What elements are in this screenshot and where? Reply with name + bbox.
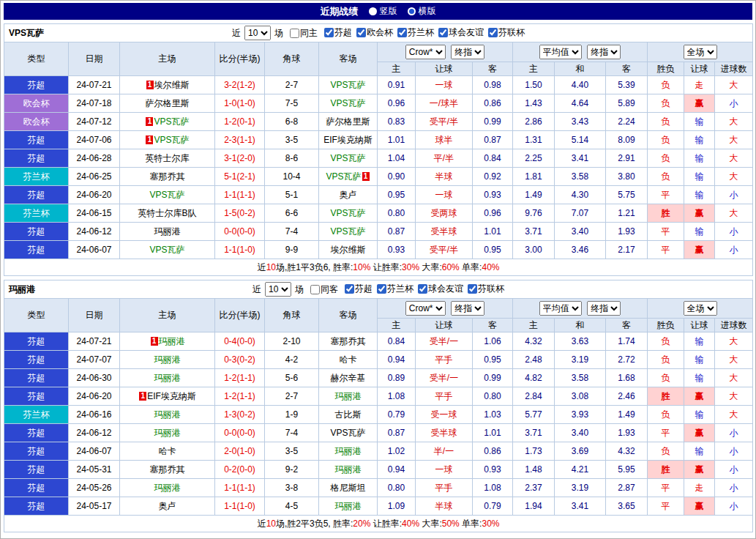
corner-score: 6-8 [265, 113, 319, 131]
team-name-text[interactable]: 埃尔维斯 [331, 245, 366, 255]
match-score[interactable]: 3-2(1-2) [215, 76, 265, 94]
team-name-text[interactable]: 塞那乔其 [331, 336, 366, 346]
team-name-text[interactable]: VPS瓦萨 [154, 135, 189, 145]
team-name-text[interactable]: VPS瓦萨 [330, 98, 365, 108]
team-name-text[interactable]: VPS瓦萨 [326, 171, 361, 182]
red-card-badge: 1 [362, 172, 370, 181]
match-score[interactable]: 1-1(1-1) [215, 479, 265, 497]
handicap-away-odds: 0.87 [473, 131, 513, 149]
match-score[interactable]: 0-3(0-2) [215, 351, 265, 369]
same-venue-filter[interactable]: 同客 [310, 283, 338, 296]
team-name-text[interactable]: VPS瓦萨 [330, 428, 365, 438]
league-checkbox[interactable] [356, 28, 366, 37]
league-filter[interactable]: 欧会杯 [356, 26, 393, 39]
team-name-text[interactable]: 埃尔维斯 [154, 80, 190, 90]
team-name-text[interactable]: 哈卡 [159, 446, 176, 456]
games-count-select[interactable]: 10 [265, 282, 291, 297]
team-name-text[interactable]: 奥卢 [159, 501, 176, 511]
games-count-select[interactable]: 10 [244, 26, 271, 40]
match-score[interactable]: 1-2(1-1) [215, 387, 265, 406]
average-select[interactable]: 平均值 [539, 301, 582, 316]
match-score[interactable]: 1-2(1-1) [215, 369, 265, 387]
league-checkbox[interactable] [468, 284, 477, 294]
match-score[interactable]: 0-4(0-0) [215, 332, 265, 351]
view-mode-option[interactable]: 竖版 [369, 5, 397, 18]
team-name-text[interactable]: 塞那乔其 [150, 464, 185, 475]
team-name-text[interactable]: 奥卢 [340, 190, 357, 200]
team-name-text[interactable]: VPS瓦萨 [330, 153, 365, 163]
team-name-text[interactable]: 玛丽港 [154, 409, 181, 420]
team-name-text[interactable]: 英特士尔库B队 [138, 208, 196, 218]
league-filter[interactable]: 球会友谊 [438, 26, 484, 39]
match-score[interactable]: 0-0(0-0) [215, 424, 265, 442]
index-type-select[interactable]: 终指 [451, 45, 484, 59]
match-score[interactable]: 1-1(1-0) [215, 497, 265, 516]
match-score[interactable]: 1-1(1-1) [215, 186, 265, 204]
team-name-text[interactable]: VPS瓦萨 [330, 226, 365, 237]
team-name-text[interactable]: EIF埃克纳斯 [147, 391, 196, 401]
match-score[interactable]: 1-2(0-1) [215, 113, 265, 131]
team-name-text[interactable]: VPS瓦萨 [330, 208, 365, 218]
team-name-text[interactable]: 玛丽港 [154, 373, 181, 383]
league-checkbox[interactable] [377, 284, 386, 294]
league-checkbox[interactable] [324, 28, 334, 37]
bookmaker-select[interactable]: Crow* [405, 301, 446, 316]
match-score[interactable]: 0-2(0-0) [215, 461, 265, 479]
match-score[interactable]: 1-1(1-0) [215, 241, 265, 259]
team-name-text[interactable]: 玛丽港 [154, 428, 181, 438]
match-score[interactable]: 2-0(1-0) [215, 442, 265, 461]
league-checkbox[interactable] [438, 28, 448, 37]
fulltime-select[interactable]: 全场 [684, 45, 717, 59]
team-name-text[interactable]: 塞那乔其 [150, 171, 185, 182]
team-name-text[interactable]: 哈卡 [340, 354, 357, 365]
team-name-text[interactable]: 古比斯 [335, 409, 362, 420]
league-filter-group: 芬超欧会杯芬兰杯球会友谊芬联杯 [320, 26, 525, 40]
league-checkbox[interactable] [345, 284, 354, 294]
average-select[interactable]: 平均值 [539, 45, 582, 59]
bookmaker-select[interactable]: Crow* [405, 45, 446, 59]
match-score[interactable]: 1-5(0-2) [215, 204, 265, 223]
league-filter[interactable]: 芬联杯 [468, 283, 504, 295]
fulltime-select[interactable]: 全场 [684, 301, 717, 316]
team-name-text[interactable]: 萨尔格里斯 [326, 116, 370, 127]
match-score[interactable]: 1-0(1-0) [215, 94, 265, 113]
index-type-select[interactable]: 终指 [587, 301, 621, 316]
team-name-text[interactable]: 玛丽港 [159, 336, 185, 346]
league-filter[interactable]: 芬联杯 [488, 26, 525, 39]
team-name-text[interactable]: EIF埃克纳斯 [323, 135, 373, 145]
match-score[interactable]: 2-3(1-1) [215, 131, 265, 149]
same-venue-checkbox[interactable] [290, 29, 299, 38]
league-filter[interactable]: 芬兰杯 [377, 283, 413, 295]
team-name-text[interactable]: VPS瓦萨 [330, 80, 365, 90]
team-name-text[interactable]: 玛丽港 [154, 354, 181, 365]
league-checkbox[interactable] [488, 28, 498, 37]
team-name-text[interactable]: 玛丽港 [335, 446, 362, 456]
league-checkbox[interactable] [397, 28, 407, 37]
view-mode-option[interactable]: 横版 [408, 5, 436, 18]
match-score[interactable]: 5-1(2-1) [215, 168, 265, 186]
same-venue-checkbox[interactable] [310, 285, 320, 294]
team-name-text[interactable]: VPS瓦萨 [149, 245, 184, 255]
index-type-select[interactable]: 终指 [451, 301, 484, 316]
team-name-text[interactable]: 英特士尔库 [146, 153, 190, 163]
match-score[interactable]: 3-1(2-0) [215, 149, 265, 168]
match-score[interactable]: 0-0(0-0) [215, 223, 265, 241]
team-name-text[interactable]: 萨尔格里斯 [146, 98, 190, 108]
team-name-text[interactable]: 赫尔辛基 [331, 373, 366, 383]
team-name-text[interactable]: VPS瓦萨 [154, 116, 189, 127]
league-filter[interactable]: 球会友谊 [418, 283, 463, 295]
index-type-select[interactable]: 终指 [587, 45, 621, 59]
match-score[interactable]: 1-3(0-2) [215, 406, 265, 424]
team-name-text[interactable]: 玛丽港 [154, 226, 181, 237]
team-name-text[interactable]: 玛丽港 [335, 501, 362, 511]
team-name-text[interactable]: VPS瓦萨 [149, 190, 184, 200]
team-name-text[interactable]: 格尼斯坦 [331, 483, 366, 493]
team-name-text[interactable]: 玛丽港 [335, 391, 362, 401]
league-checkbox[interactable] [418, 284, 427, 294]
league-filter[interactable]: 芬超 [345, 283, 373, 295]
team-name-text[interactable]: 玛丽港 [154, 483, 181, 493]
same-venue-filter[interactable]: 同主 [290, 27, 318, 40]
league-filter[interactable]: 芬兰杯 [397, 26, 434, 39]
league-filter[interactable]: 芬超 [324, 26, 352, 39]
team-name-text[interactable]: 玛丽港 [335, 464, 362, 475]
